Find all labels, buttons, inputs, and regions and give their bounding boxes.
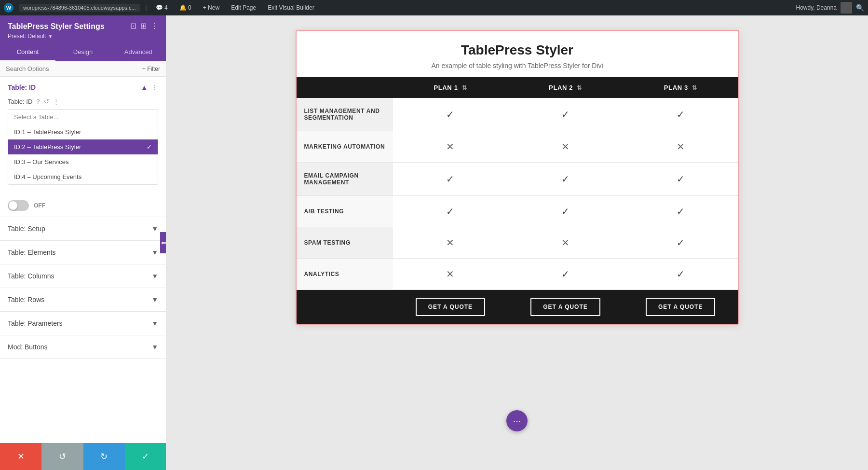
sidebar-header-actions: ⊡ ⊞ ⋮ xyxy=(130,22,158,30)
plan3-sort-icon[interactable]: ⇅ xyxy=(692,84,697,91)
plan1-cell: ✕ xyxy=(393,131,508,163)
table-row: A/B TESTING✓✓✓ xyxy=(297,196,738,227)
dropdown-item-4[interactable]: ID:4 – Upcoming Events xyxy=(8,169,158,184)
tab-advanced[interactable]: Advanced xyxy=(110,43,166,61)
section-rows-header[interactable]: Table: Rows ▼ xyxy=(0,288,166,311)
mod-buttons-chevron[interactable]: ▼ xyxy=(151,343,158,351)
tab-design[interactable]: Design xyxy=(55,43,111,61)
parameters-chevron[interactable]: ▼ xyxy=(151,319,158,327)
sidebar-preset: Preset: Default ▼ xyxy=(8,33,105,40)
section-columns: Table: Columns ▼ xyxy=(0,264,166,288)
check-icon: ✓ xyxy=(446,174,454,184)
col-feature-header xyxy=(297,77,393,98)
main-content: TablePress Styler An example of table st… xyxy=(166,15,868,470)
check-icon: ✓ xyxy=(677,269,685,279)
search-input[interactable] xyxy=(6,65,142,72)
dropdown-item-placeholder[interactable]: Select a Table... xyxy=(8,110,158,124)
rows-chevron[interactable]: ▼ xyxy=(151,296,158,304)
dropdown-item-1[interactable]: ID:1 – TablePress Styler xyxy=(8,124,158,139)
cross-icon: ✕ xyxy=(677,141,685,152)
plan1-sort: PLAN 1 ⇅ xyxy=(434,84,467,91)
field-label: Table: ID xyxy=(8,98,32,105)
plan2-cell: ✓ xyxy=(508,163,623,196)
section-columns-header[interactable]: Table: Columns ▼ xyxy=(0,264,166,288)
plan1-sort-icon[interactable]: ⇅ xyxy=(462,84,467,91)
avatar xyxy=(841,2,852,14)
feature-cell: MARKETING AUTOMATION xyxy=(297,131,393,163)
table-id-content: Table: ID ? ↺ ⋮ Select a Table... ID:1 –… xyxy=(0,98,166,194)
sidebar-content: Table: ID ▲ ⋮ Table: ID ? ↺ ⋮ xyxy=(0,77,166,470)
section-more-icon[interactable]: ⋮ xyxy=(151,83,158,91)
plan3-cell: ✕ xyxy=(623,131,738,163)
plan1-cell: ✓ xyxy=(393,98,508,131)
quote-btn-2[interactable]: GET A QUOTE xyxy=(530,298,600,316)
plan1-cell: ✓ xyxy=(393,196,508,227)
comments-btn[interactable]: 💬 4 xyxy=(153,3,171,12)
new-btn[interactable]: + New xyxy=(200,3,222,12)
check-icon: ✓ xyxy=(677,109,685,120)
setup-chevron[interactable]: ▼ xyxy=(151,225,158,233)
table-row: ANALYTICS✕✓✓ xyxy=(297,259,738,290)
viewport-icon[interactable]: ⊡ xyxy=(130,22,136,30)
filter-btn[interactable]: + Filter xyxy=(142,66,160,72)
plan2-cell: ✕ xyxy=(508,227,623,259)
drag-handle[interactable]: ⟺ xyxy=(160,232,166,253)
section-parameters-header[interactable]: Table: Parameters ▼ xyxy=(0,312,166,335)
help-icon[interactable]: ? xyxy=(36,98,40,105)
fab-button[interactable]: ··· xyxy=(506,410,528,431)
dropdown-item-2[interactable]: ID:2 – TablePress Styler ✓ xyxy=(8,139,158,154)
sidebar-search: + Filter xyxy=(0,61,166,77)
plan2-sort-icon[interactable]: ⇅ xyxy=(577,84,582,91)
section-setup-header[interactable]: Table: Setup ▼ xyxy=(0,217,166,240)
main-layout: TablePress Styler Settings Preset: Defau… xyxy=(0,15,868,470)
toggle-knob xyxy=(9,201,17,210)
quote-btn-1[interactable]: GET A QUOTE xyxy=(416,298,485,316)
elements-chevron[interactable]: ▼ xyxy=(151,249,158,256)
notifications-btn[interactable]: 🔔 0 xyxy=(176,3,194,12)
sidebar-title-group: TablePress Styler Settings Preset: Defau… xyxy=(8,22,105,40)
cancel-button[interactable]: ✕ xyxy=(0,443,41,470)
table-row: MARKETING AUTOMATION✕✕✕ xyxy=(297,131,738,163)
feature-cell: ANALYTICS xyxy=(297,259,393,290)
redo-button[interactable]: ↻ xyxy=(83,443,125,470)
field-more-icon[interactable]: ⋮ xyxy=(53,98,59,105)
section-elements-title: Table: Elements xyxy=(8,249,56,256)
howdy-text: Howdy, Deanna xyxy=(796,4,837,11)
section-controls: ▲ ⋮ xyxy=(141,83,158,91)
table-subtitle: An example of table styling with TablePr… xyxy=(308,62,727,69)
topbar: W wordpress-784896-3610405.cloudwaysapps… xyxy=(0,0,868,15)
exit-builder-btn[interactable]: Exit Visual Builder xyxy=(265,3,317,12)
footer-plan2: GET A QUOTE xyxy=(508,290,623,324)
table-title: TablePress Styler xyxy=(308,42,727,58)
tab-content[interactable]: Content xyxy=(0,43,55,61)
toggle-switch[interactable] xyxy=(8,200,29,211)
plan1-cell: ✓ xyxy=(393,163,508,196)
more-icon[interactable]: ⋮ xyxy=(150,22,158,30)
section-mod-buttons-header[interactable]: Mod: Buttons ▼ xyxy=(0,335,166,359)
collapse-chevron[interactable]: ▲ xyxy=(141,83,148,91)
cross-icon: ✕ xyxy=(446,269,454,279)
section-elements-header[interactable]: Table: Elements ▼ xyxy=(0,241,166,264)
table-card: TablePress Styler An example of table st… xyxy=(296,30,739,325)
quote-btn-3[interactable]: GET A QUOTE xyxy=(646,298,715,316)
undo-button[interactable]: ↺ xyxy=(41,443,83,470)
section-parameters: Table: Parameters ▼ xyxy=(0,312,166,335)
plan2-cell: ✓ xyxy=(508,196,623,227)
footer-plan1: GET A QUOTE xyxy=(393,290,508,324)
sidebar: TablePress Styler Settings Preset: Defau… xyxy=(0,15,166,470)
edit-page-btn[interactable]: Edit Page xyxy=(228,3,259,12)
section-mod-buttons: Mod: Buttons ▼ xyxy=(0,335,166,359)
check-icon: ✓ xyxy=(677,174,685,184)
table-id-header[interactable]: Table: ID ▲ ⋮ xyxy=(0,77,166,98)
reset-icon[interactable]: ↺ xyxy=(44,98,49,105)
plan3-cell: ✓ xyxy=(623,196,738,227)
save-button[interactable]: ✓ xyxy=(125,443,166,470)
dropdown-item-3[interactable]: ID:3 – Our Services xyxy=(8,154,158,169)
sidebar-title: TablePress Styler Settings xyxy=(8,22,105,31)
footer-plan3: GET A QUOTE xyxy=(623,290,738,324)
layout-icon[interactable]: ⊞ xyxy=(140,22,147,30)
bottom-bar: ✕ ↺ ↻ ✓ xyxy=(0,443,166,470)
columns-chevron[interactable]: ▼ xyxy=(151,272,158,280)
plan3-sort: PLAN 3 ⇅ xyxy=(664,84,697,91)
search-icon[interactable]: 🔍 xyxy=(856,4,864,12)
